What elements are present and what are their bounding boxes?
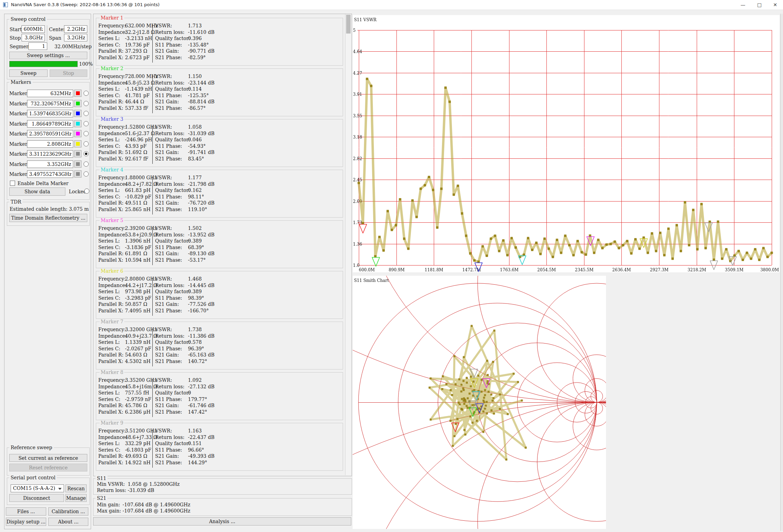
segments-input[interactable] (28, 42, 47, 50)
detail-value: 3.35200 GHz (125, 377, 157, 383)
show-data-button[interactable]: Show data (9, 187, 65, 196)
marker-frequency-input[interactable] (27, 130, 73, 138)
scrollbar-thumb[interactable] (346, 15, 351, 34)
calibration-button[interactable]: Calibration ... (48, 507, 88, 516)
marker-frequency-input[interactable] (27, 170, 73, 178)
detail-label: Parallel X: (98, 156, 123, 161)
detail-value: -21.798 dB (188, 181, 214, 187)
marker-frequency-input[interactable] (27, 110, 73, 117)
detail-label: Frequency: (98, 225, 126, 231)
detail-value: 50.857 Ω (125, 301, 147, 307)
s11-vswr-chart[interactable] (353, 15, 780, 272)
stop-label: Stop (10, 35, 21, 41)
detail-label: Parallel X: (98, 257, 123, 263)
span-input[interactable] (64, 34, 87, 41)
marker-color-swatch[interactable] (74, 120, 81, 127)
marker-select-radio[interactable] (84, 101, 89, 106)
serial-port-dropdown[interactable]: COM15 (S-A-A-2) (11, 484, 64, 492)
sweep-button[interactable]: Sweep (9, 69, 48, 77)
s11-smith-chart[interactable] (353, 276, 606, 529)
stop-button[interactable]: Stop (50, 69, 87, 77)
marker-detail-box-9: Marker 9Frequency:3.51200 GHzVSWR:1.163I… (96, 423, 343, 471)
detail-value: 2.39200 GHz (125, 225, 157, 231)
detail-value: 1.52800 GHz (125, 124, 157, 130)
marker-frequency-input[interactable] (27, 120, 73, 128)
marker-detail-box-7: Marker 7Frequency:3.32000 GHzVSWR:1.738I… (96, 322, 343, 369)
start-input[interactable] (22, 25, 45, 33)
detail-label: Parallel X: (98, 55, 123, 60)
stop-input[interactable] (22, 34, 45, 41)
marker-color-swatch[interactable] (74, 160, 81, 168)
marker-color-swatch[interactable] (74, 130, 81, 137)
marker-color-swatch[interactable] (74, 90, 81, 97)
detail-label: Impedance: (98, 29, 127, 35)
start-label: Start (10, 27, 22, 32)
files-button[interactable]: Files ... (6, 507, 46, 516)
marker-frequency-input[interactable] (27, 160, 73, 168)
tdr-button[interactable]: Time Domain Reflectometry ... (9, 214, 87, 222)
marker-select-radio[interactable] (84, 121, 89, 126)
enable-delta-checkbox[interactable] (10, 181, 15, 186)
marker-frequency-input[interactable] (27, 100, 73, 107)
detail-label: Impedance: (98, 232, 127, 237)
reset-reference-button[interactable]: Reset reference (9, 464, 87, 471)
detail-label: Return loss: (155, 29, 185, 35)
close-button[interactable]: ✕ (767, 0, 783, 10)
serial-port-group: Serial port control COM15 (S-A-A-2) Resc… (7, 478, 90, 505)
detail-value: 1.88000 GHz (125, 175, 157, 180)
analysis-button[interactable]: Analysis ... (93, 517, 351, 525)
marker-select-radio[interactable] (84, 151, 89, 156)
window-edge-strip (780, 14, 783, 531)
detail-value: -14.445 dB (188, 283, 214, 288)
marker-select-radio[interactable] (84, 161, 89, 167)
detail-value: 41.781 pF (125, 93, 150, 98)
detail-label: VSWR: (155, 124, 172, 130)
detail-label: Series C: (98, 295, 120, 301)
detail-label: Parallel X: (98, 105, 123, 111)
disconnect-button[interactable]: Disconnect (9, 494, 64, 502)
marker-frequency-input[interactable] (27, 150, 73, 158)
marker-color-swatch[interactable] (74, 100, 81, 107)
minimize-button[interactable]: — (735, 0, 751, 10)
marker-color-swatch[interactable] (74, 110, 81, 117)
detail-label: S21 Phase: (155, 257, 182, 263)
marker-detail-title: Marker 7 (100, 319, 124, 324)
about-button[interactable]: About ... (48, 518, 88, 526)
sweep-settings-button[interactable]: Sweep settings ... (9, 52, 87, 59)
marker-color-swatch[interactable] (74, 140, 81, 147)
display-setup-button[interactable]: Display setup ... (6, 518, 46, 526)
detail-label: S21 Phase: (155, 105, 182, 111)
marker-select-radio[interactable] (84, 91, 89, 96)
marker-select-radio[interactable] (84, 171, 89, 177)
locked-radio[interactable] (84, 189, 89, 194)
detail-value: 83.45° (188, 156, 204, 161)
marker-select-radio[interactable] (84, 131, 89, 136)
detail-value: 757.55 fH (125, 390, 149, 395)
detail-value: -90.771 dB (188, 48, 214, 54)
marker-select-radio[interactable] (84, 111, 89, 116)
detail-value: 37.293 Ω (125, 48, 147, 54)
marker-frequency-input[interactable] (27, 90, 73, 97)
enable-delta-label: Enable Delta Marker (17, 181, 68, 186)
manage-button[interactable]: Manage (65, 494, 87, 502)
marker-color-swatch[interactable] (74, 170, 81, 178)
detail-label: Parallel R: (98, 48, 124, 54)
detail-value: -125.35° (188, 93, 209, 98)
locked-label: Locked (69, 189, 86, 194)
center-input[interactable] (64, 25, 87, 33)
detail-value: 44.2+j17.2 Ω (125, 283, 157, 288)
detail-label: Quality factor: (155, 441, 190, 446)
detail-label: S21 Gain: (155, 200, 179, 206)
marker-panel-scrollbar[interactable] (345, 14, 351, 475)
detail-value: -88.814 dB (188, 99, 214, 104)
marker-frequency-input[interactable] (27, 140, 73, 148)
maximize-button[interactable]: □ (752, 0, 767, 10)
detail-value: -22.437 dB (188, 434, 214, 440)
rescan-button[interactable]: Rescan (65, 484, 87, 492)
set-reference-button[interactable]: Set current as reference (9, 454, 87, 462)
detail-value: 1.150 (188, 74, 202, 79)
detail-value: 1.177 (188, 175, 202, 180)
marker-color-swatch[interactable] (74, 150, 81, 157)
marker-select-radio[interactable] (84, 141, 89, 146)
detail-value: 728.000 MHz (125, 74, 158, 79)
